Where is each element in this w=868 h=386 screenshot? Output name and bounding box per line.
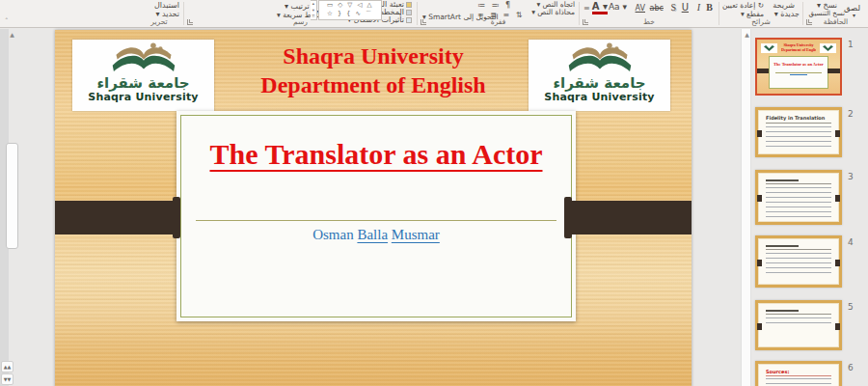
scroll-up-icon[interactable]: ▲ <box>5 31 19 38</box>
author-word: Osman <box>312 227 354 242</box>
slide-thumbnail-1[interactable]: Shaqra University Department of English … <box>755 38 842 96</box>
thumbnail-body-lines <box>766 317 831 323</box>
decorative-bar-right[interactable] <box>568 201 692 234</box>
author-word: Balla <box>357 227 388 242</box>
open-book-logo-icon <box>548 41 652 76</box>
mini-logo-icon <box>761 43 777 53</box>
slide-thumbnail-6[interactable]: Sources: <box>755 361 842 386</box>
mini-title-card: The Translator as an Actor <box>769 56 828 89</box>
font-dialog-launcher-icon[interactable] <box>583 19 588 25</box>
thumbnail-body-lines <box>766 187 831 217</box>
thumbnail-number: 3 <box>848 172 854 181</box>
logo-arabic-name: جامعة شقراء <box>529 76 670 91</box>
thumbnail-title-line <box>766 310 799 312</box>
clipboard-group-label: الحافظة <box>803 17 868 26</box>
logo-arabic-name: جامعة شقراء <box>72 76 214 91</box>
ribbon-group-slides: شريحة جديدة ▾ ↻ إعادة تعيين مقطع ▾ شرائح <box>719 0 802 27</box>
ribbon-group-drawing: تعبئة الشكل ▾ المخطط التفصيلي للشكل ▾ تأ… <box>184 0 417 27</box>
slide-thumbnail-5[interactable] <box>755 300 842 350</box>
header-title-textbox[interactable]: Shaqra University Department of English <box>214 41 532 99</box>
thumbnail-title-rule <box>766 249 831 250</box>
thumbnail-title-line <box>766 245 799 247</box>
italic-button[interactable]: I <box>697 2 700 13</box>
thumbnail-row: 5 <box>753 300 868 350</box>
copy-button[interactable]: نسخ ▾ <box>817 1 837 10</box>
thumbnail-title-rule <box>766 183 831 184</box>
previous-slide-button[interactable]: ▲▲ <box>1 361 14 372</box>
university-logo-left[interactable]: جامعة شقراء Shaqra University <box>72 40 214 111</box>
thumbnail-scrollbar[interactable]: ▲ <box>741 29 751 386</box>
arrange-button[interactable]: ترتيب ▾ <box>285 2 310 11</box>
new-slide-button[interactable]: شريحة <box>773 1 795 10</box>
next-slide-button[interactable]: ▼▼ <box>1 373 14 385</box>
mini-slide-title: The Translator as an Actor <box>770 62 827 67</box>
slide-thumbnail-panel: Shaqra University Department of English … <box>753 29 868 386</box>
mini-header-title: Shaqra University Department of English <box>781 42 816 52</box>
thumbnail-number: 5 <box>848 302 854 312</box>
reset-slide-button[interactable]: ↻ إعادة تعيين <box>722 1 764 10</box>
header-title-line1: Shaqra University <box>214 41 532 70</box>
open-book-logo-icon <box>92 41 196 76</box>
collapse-ribbon-icon[interactable]: ˄ <box>5 17 9 25</box>
text-shadow-button[interactable]: S <box>670 2 676 13</box>
slide-thumbnail-3[interactable] <box>755 170 842 225</box>
format-painter-button[interactable]: نسخ التنسيق <box>809 10 845 17</box>
change-case-button[interactable]: Aa ▾ <box>609 2 627 12</box>
slides-group-label: شرائح <box>719 17 802 26</box>
thumbnail-title-rule <box>766 314 831 315</box>
editing-group-label: تحرير <box>135 17 183 26</box>
ribbon-group-editing: استبدال تحديد ▾ تحرير <box>135 0 183 27</box>
ribbon-group-clipboard: لصق ▾ نسخ ▾ نسخ التنسيق الحافظة <box>803 0 868 27</box>
thumbnail-title: Sources: <box>766 369 831 374</box>
ribbon: ˄ استبدال تحديد ▾ تحرير تعبئة الشكل ▾ ال… <box>0 0 868 28</box>
ribbon-group-paragraph: اتجاه النص ▾ محاذاة النص ▾ ≔ ≕ ¶ ≡ ≣ ≡ ⇅… <box>418 0 579 27</box>
list-buttons[interactable]: ≔ ≕ ¶ <box>477 1 512 10</box>
mini-logo-icon <box>820 43 836 53</box>
drawing-dialog-launcher-icon[interactable] <box>187 19 193 25</box>
font-more-icon[interactable]: ≡ <box>583 4 590 13</box>
slide-thumbnail-2[interactable]: Fidelity in Translation <box>755 107 842 157</box>
decorative-bar-left[interactable] <box>55 201 176 234</box>
shape-gallery-row: ▭ ◇ ▽ ◁ △ <box>319 1 381 10</box>
clipboard-dialog-launcher-icon[interactable] <box>806 19 812 25</box>
slide-canvas[interactable]: جامعة شقراء Shaqra University Shaqra Uni… <box>55 30 692 386</box>
thumbnail-title-line <box>766 179 799 181</box>
card-divider-line <box>196 220 556 221</box>
bold-button[interactable]: B <box>706 2 713 13</box>
header-title-line2: Department of English <box>214 70 532 99</box>
powerpoint-window: ˄ استبدال تحديد ▾ تحرير تعبئة الشكل ▾ ال… <box>0 0 868 386</box>
author-word: Musmar <box>392 227 440 242</box>
thumbnail-scroll-up-icon[interactable]: ▲ <box>742 31 752 38</box>
thumbnail-row: 4 <box>753 235 868 288</box>
strikethrough-button[interactable]: abc <box>650 4 664 13</box>
thumbnail-body-lines <box>766 253 831 276</box>
university-logo-right[interactable]: جامعة شقراء Shaqra University <box>529 40 670 111</box>
thumbnail-number: 4 <box>848 237 854 247</box>
drawing-group-label: رسم <box>184 17 417 26</box>
logo-english-name: Shaqra University <box>72 91 214 103</box>
character-spacing-button[interactable]: AV <box>636 4 645 13</box>
align-text-button[interactable]: محاذاة النص ▾ <box>531 8 575 16</box>
title-card[interactable]: The Translator as an Actor Osman Balla M… <box>176 111 576 321</box>
font-color-button[interactable]: A ▾ <box>592 2 608 14</box>
ribbon-group-font: B I U S abc AV Aa ▾ A ▾ ≡ خط <box>580 0 719 27</box>
slide-title[interactable]: The Translator as an Actor <box>176 138 576 171</box>
mini-divider <box>775 72 822 73</box>
underline-button[interactable]: U <box>682 2 689 13</box>
scrollbar-thumb[interactable] <box>6 143 18 249</box>
paragraph-dialog-launcher-icon[interactable] <box>420 19 426 25</box>
thumbnail-row: 3 <box>753 170 868 225</box>
font-group-label: خط <box>580 17 719 26</box>
replace-button[interactable]: استبدال <box>154 1 179 10</box>
thumbnail-number: 1 <box>848 40 854 49</box>
thumbnail-body-lines <box>766 378 831 386</box>
paragraph-group-label: فقرة <box>418 17 579 26</box>
author-textbox[interactable]: Osman Balla Musmar <box>176 227 576 243</box>
thumbnail-body-lines <box>766 126 831 147</box>
slide-thumbnail-4[interactable] <box>755 235 842 288</box>
vertical-scrollbar[interactable]: ▲ <box>5 29 19 386</box>
thumbnail-row: Shaqra University Department of English … <box>753 38 868 97</box>
slide-header: جامعة شقراء Shaqra University Shaqra Uni… <box>55 30 692 119</box>
thumbnail-row: Sources: 6 <box>753 361 868 386</box>
thumbnail-title: Fidelity in Translation <box>766 115 831 121</box>
